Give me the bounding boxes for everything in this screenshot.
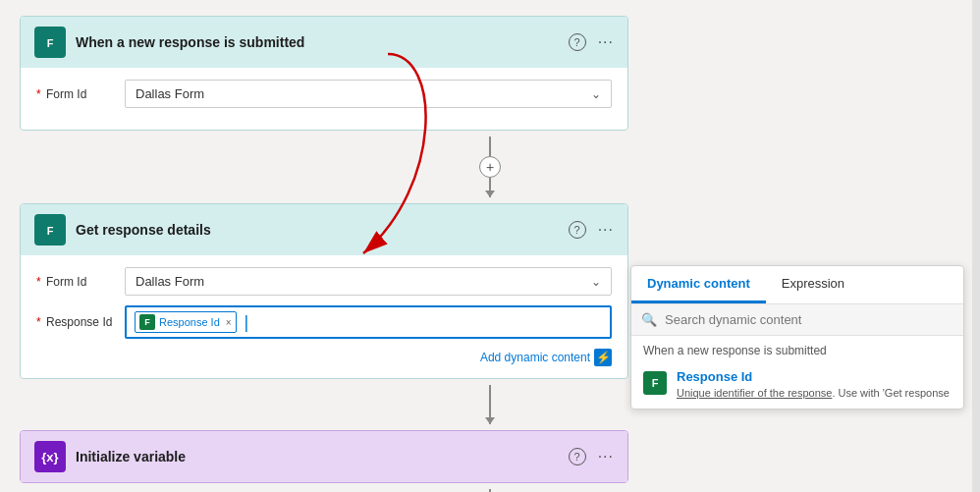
chip-forms-icon: F xyxy=(139,314,155,330)
trigger-card: F When a new response is submitted ? ···… xyxy=(20,16,628,131)
action-more-icon[interactable]: ··· xyxy=(598,221,614,239)
variable-icon-text: {x} xyxy=(41,450,58,465)
panel-section-label: When a new response is submitted xyxy=(631,336,963,361)
required-star: * xyxy=(36,87,41,101)
action-formid-row: * Form Id Dallas Form ⌄ xyxy=(36,267,612,296)
action-formid-label: * Form Id xyxy=(36,275,125,289)
variable-card-actions: ? ··· xyxy=(569,448,614,465)
trigger-card-title: When a new response is submitted xyxy=(76,34,304,50)
panel-item-desc-rest: . Use with 'Get response xyxy=(832,387,950,399)
action-card: F Get response details ? ··· * Form Id D… xyxy=(20,203,628,379)
action-formid-chevron: ⌄ xyxy=(591,275,601,289)
connector-2-arrow xyxy=(489,405,491,424)
trigger-formid-label: * Form Id xyxy=(36,87,125,101)
action-card-header-left: F Get response details xyxy=(34,214,211,246)
action-responseid-row: * Response Id F Response Id × | xyxy=(36,305,612,339)
panel-item-title: Response Id xyxy=(677,369,952,384)
action-responseid-label: * Response Id xyxy=(36,315,125,329)
add-dynamic-link: Add dynamic content ⚡ xyxy=(36,349,612,366)
connector-1-line-top xyxy=(489,137,491,156)
panel-item-content: Response Id Unique identifier of the res… xyxy=(677,369,952,401)
trigger-help-icon[interactable]: ? xyxy=(569,33,586,51)
variable-card-header-left: {x} Initialize variable xyxy=(34,441,186,472)
dynamic-panel: Dynamic content Expression 🔍 When a new … xyxy=(630,265,964,410)
panel-tabs: Dynamic content Expression xyxy=(631,266,963,304)
panel-item-icon: F xyxy=(643,371,667,395)
panel-search-bar: 🔍 xyxy=(631,304,963,336)
search-icon: 🔍 xyxy=(641,312,657,327)
action-card-title: Get response details xyxy=(76,222,211,238)
action-card-actions: ? ··· xyxy=(569,221,614,239)
trigger-card-body: * Form Id Dallas Form ⌄ xyxy=(21,68,627,130)
action-formid-input[interactable]: Dallas Form ⌄ xyxy=(125,267,612,296)
connector-2-line-top xyxy=(489,385,491,405)
trigger-formid-row: * Form Id Dallas Form ⌄ xyxy=(36,80,612,108)
trigger-card-icon: F xyxy=(34,27,66,58)
search-input[interactable] xyxy=(665,312,953,327)
cursor-indicator: | xyxy=(245,312,249,333)
variable-help-icon[interactable]: ? xyxy=(569,448,586,465)
trigger-card-actions: ? ··· xyxy=(569,33,614,51)
action-formid-value: Dallas Form xyxy=(136,274,204,289)
panel-item-desc: Unique identifier of the response. Use w… xyxy=(677,386,952,401)
required-star-2: * xyxy=(36,275,41,289)
action-card-body: * Form Id Dallas Form ⌄ * Response Id F … xyxy=(21,255,627,378)
svg-text:F: F xyxy=(47,225,54,237)
variable-card-icon: {x} xyxy=(34,441,66,472)
response-id-chip: F Response Id × xyxy=(135,311,237,333)
trigger-card-header-left: F When a new response is submitted xyxy=(34,27,304,58)
connector-1-plus[interactable]: + xyxy=(479,156,501,178)
chip-close-btn[interactable]: × xyxy=(226,317,232,328)
trigger-card-header: F When a new response is submitted ? ··· xyxy=(21,17,627,68)
panel-item-desc-underline: Unique identifier of the response xyxy=(677,387,832,399)
trigger-formid-value: Dallas Form xyxy=(136,86,204,101)
variable-card: {x} Initialize variable ? ··· xyxy=(20,430,628,483)
action-help-icon[interactable]: ? xyxy=(569,221,586,239)
add-dynamic-btn[interactable]: ⚡ xyxy=(594,349,612,366)
action-responseid-input[interactable]: F Response Id × | xyxy=(125,305,612,339)
required-star-3: * xyxy=(36,315,41,329)
panel-item-response-id[interactable]: F Response Id Unique identifier of the r… xyxy=(631,361,963,409)
connector-1-arrow xyxy=(489,178,491,197)
tab-dynamic-content[interactable]: Dynamic content xyxy=(631,266,766,303)
svg-text:F: F xyxy=(47,37,54,49)
action-card-header: F Get response details ? ··· xyxy=(21,204,627,255)
trigger-more-icon[interactable]: ··· xyxy=(598,33,614,51)
chip-label: Response Id xyxy=(159,316,220,328)
add-dynamic-text[interactable]: Add dynamic content xyxy=(480,351,590,364)
tab-expression[interactable]: Expression xyxy=(766,266,860,303)
variable-card-header: {x} Initialize variable ? ··· xyxy=(21,431,627,482)
variable-card-title: Initialize variable xyxy=(76,449,186,465)
trigger-formid-input[interactable]: Dallas Form ⌄ xyxy=(125,80,612,108)
variable-more-icon[interactable]: ··· xyxy=(598,448,614,465)
main-canvas: F When a new response is submitted ? ···… xyxy=(0,0,980,492)
action-card-icon: F xyxy=(34,214,66,246)
scrollbar[interactable] xyxy=(972,0,980,492)
connector-1: + xyxy=(20,137,960,197)
trigger-formid-chevron: ⌄ xyxy=(591,87,601,101)
